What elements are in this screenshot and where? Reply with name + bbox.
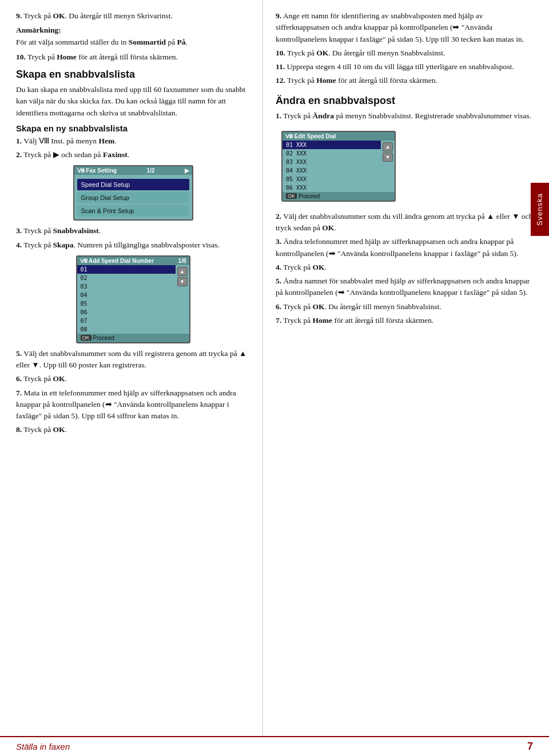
- add-speed-dial-title-bar: Ⅷ Add Speed Dial Number 1/8: [77, 257, 189, 265]
- step-9-left: 9. Tryck på OK. Du återgår till menyn Sk…: [16, 10, 250, 22]
- sommartid-bold: Sommartid: [129, 38, 166, 46]
- step-11-right: 11. Upprepa stegen 4 till 10 om du vill …: [276, 61, 536, 73]
- step-4-andra: 4. Tryck på OK.: [276, 262, 536, 273]
- step-2-andra: 2. Välj det snabbvalsnummer som du vill …: [276, 211, 536, 234]
- dial-item-02: 02: [77, 274, 176, 282]
- step-12-right: 12. Tryck på Home för att återgå till fö…: [276, 75, 536, 86]
- edit-speed-dial-title: Ⅷ Edit Speed Dial: [285, 133, 336, 139]
- dial-item-04: 04: [77, 291, 176, 299]
- edit-item-05: 05 XXX: [283, 175, 381, 183]
- step-8: 8. Tryck på OK.: [16, 424, 250, 435]
- section-title-snabbvalslista: Skapa en snabbvalslista: [16, 69, 250, 81]
- edit-speed-dial-screen: Ⅷ Edit Speed Dial 01 XXX 02 XXX 03 XXX 0…: [281, 131, 396, 202]
- dial-item-05: 05: [77, 299, 176, 308]
- edit-item-03: 03 XXX: [283, 158, 381, 166]
- ok-bold-9: OK: [53, 11, 65, 20]
- step-5-andra: 5. Ändra namnet för snabbvalet med hjälp…: [276, 275, 536, 299]
- right-column: 9. Ange ett namn för identifiering av sn…: [263, 0, 549, 736]
- edit-speed-dial-title-bar: Ⅷ Edit Speed Dial: [283, 132, 395, 141]
- footer-page: 7: [527, 741, 533, 753]
- add-speed-dial-list-area: 01 02 03 04 05 06 07 08 ▲ ▼: [77, 265, 189, 334]
- add-speed-dial-list: 01 02 03 04 05 06 07 08: [77, 265, 176, 334]
- add-speed-dial-proceed: OK Proceed: [77, 334, 189, 342]
- svenska-tab: Svenska: [531, 183, 549, 236]
- subsection-title: Skapa en ny snabbvalslista: [16, 123, 250, 133]
- fax-screen-title-bar: Ⅷ Fax Setting 1/2 ▶: [74, 166, 192, 175]
- step-num-10: 10.: [16, 53, 26, 61]
- edit-item-04: 04 XXX: [283, 166, 381, 175]
- edit-speed-dial-row: Ⅷ Edit Speed Dial 01 XXX 02 XXX 03 XXX 0…: [276, 126, 536, 206]
- dial-item-08: 08: [77, 325, 176, 334]
- step-9-right: 9. Ange ett namn för identifiering av sn…: [276, 10, 536, 45]
- footer-text: Ställa in faxen: [16, 742, 70, 751]
- step-4-skapa: 4. Tryck på Skapa. Numren på tillgänglig…: [16, 239, 250, 251]
- fax-menu-speed-dial: Speed Dial Setup: [77, 179, 189, 190]
- edit-item-02: 02 XXX: [283, 149, 381, 158]
- section-title-andra: Ändra en snabbvalspost: [276, 95, 536, 107]
- edit-scroll-down[interactable]: ▼: [383, 153, 393, 162]
- scroll-down-btn[interactable]: ▼: [177, 277, 188, 286]
- step-5: 5. Välj det snabbvalsnummer som du vill …: [16, 348, 250, 371]
- step-7: 7. Mata in ett telefonnummer med hjälp a…: [16, 387, 250, 422]
- step-num-9: 9.: [16, 11, 22, 20]
- step-7-andra: 7. Tryck på Home för att återgå till för…: [276, 315, 536, 326]
- edit-speed-dial-scroll[interactable]: ▲ ▼: [381, 141, 395, 192]
- page-footer: Ställa in faxen 7: [0, 736, 549, 756]
- note-block: Anmärkning: För att välja sommartid stäl…: [16, 25, 250, 48]
- fax-screen-page: 1/2: [146, 167, 154, 174]
- proceed-label: Proceed: [93, 335, 114, 341]
- edit-proceed-label: Proceed: [299, 193, 320, 199]
- page-container: 9. Tryck på OK. Du återgår till menyn Sk…: [0, 0, 549, 756]
- left-column: 9. Tryck på OK. Du återgår till menyn Sk…: [0, 0, 263, 736]
- edit-speed-dial-proceed: OK Proceed: [283, 192, 395, 201]
- dial-item-06: 06: [77, 308, 176, 317]
- add-speed-dial-scroll[interactable]: ▲ ▼: [176, 265, 189, 334]
- add-speed-dial-page: 1/8: [178, 258, 186, 264]
- home-bold-10: Home: [57, 53, 77, 61]
- dial-item-07: 07: [77, 317, 176, 325]
- dial-item-03: 03: [77, 282, 176, 291]
- step-3-andra: 3. Ändra telefonnumret med hjälp av siff…: [276, 236, 536, 259]
- step-6-andra: 6. Tryck på OK. Du återgår till menyn Sn…: [276, 301, 536, 313]
- fax-screen-arrow: ▶: [185, 167, 189, 174]
- note-label: Anmärkning:: [16, 26, 61, 34]
- edit-item-01: 01 XXX: [283, 141, 381, 149]
- pa-bold: På: [177, 38, 186, 46]
- step-10-right: 10. Tryck på OK. Du återgår till menyn S…: [276, 47, 536, 59]
- add-speed-dial-title: Ⅷ Add Speed Dial Number: [80, 258, 154, 264]
- edit-speed-dial-list: 01 XXX 02 XXX 03 XXX 04 XXX 05 XXX 06 XX…: [283, 141, 381, 192]
- content-area: 9. Tryck på OK. Du återgår till menyn Sk…: [0, 0, 549, 736]
- scroll-up-btn[interactable]: ▲: [177, 267, 188, 276]
- edit-ok-badge: OK: [286, 193, 297, 199]
- step-6: 6. Tryck på OK.: [16, 373, 250, 385]
- step-10-left: 10. Tryck på Home för att återgå till fö…: [16, 51, 250, 63]
- step-2-tryck: 2. Tryck på ▶ och sedan på Faxinst.: [16, 149, 250, 161]
- section-body: Du kan skapa en snabbvalslista med upp t…: [16, 84, 250, 119]
- fax-setting-screen: Ⅷ Fax Setting 1/2 ▶ Speed Dial Setup Gro…: [73, 165, 193, 221]
- ok-badge: OK: [81, 335, 92, 341]
- step-3-snabbvalsinst: 3. Tryck på Snabbvalsinst.: [16, 225, 250, 237]
- fax-menu-scan-print: Scan & Print Setup: [77, 205, 189, 217]
- step-1-välj: 1. Välj Ⅷ Inst. på menyn Hem.: [16, 135, 250, 147]
- add-speed-dial-screen: Ⅷ Add Speed Dial Number 1/8 01 02 03 04 …: [76, 255, 190, 343]
- fax-menu-group-dial: Group Dial Setup: [77, 192, 189, 203]
- fax-screen-title: Ⅷ Fax Setting: [77, 167, 117, 174]
- edit-scroll-up[interactable]: ▲: [383, 142, 393, 151]
- edit-speed-dial-list-area: 01 XXX 02 XXX 03 XXX 04 XXX 05 XXX 06 XX…: [283, 141, 395, 192]
- step-1-andra: 1. Tryck på Ändra på menyn Snabbvalsinst…: [276, 110, 536, 122]
- dial-item-01: 01: [77, 265, 176, 274]
- edit-item-06: 06 XXX: [283, 183, 381, 192]
